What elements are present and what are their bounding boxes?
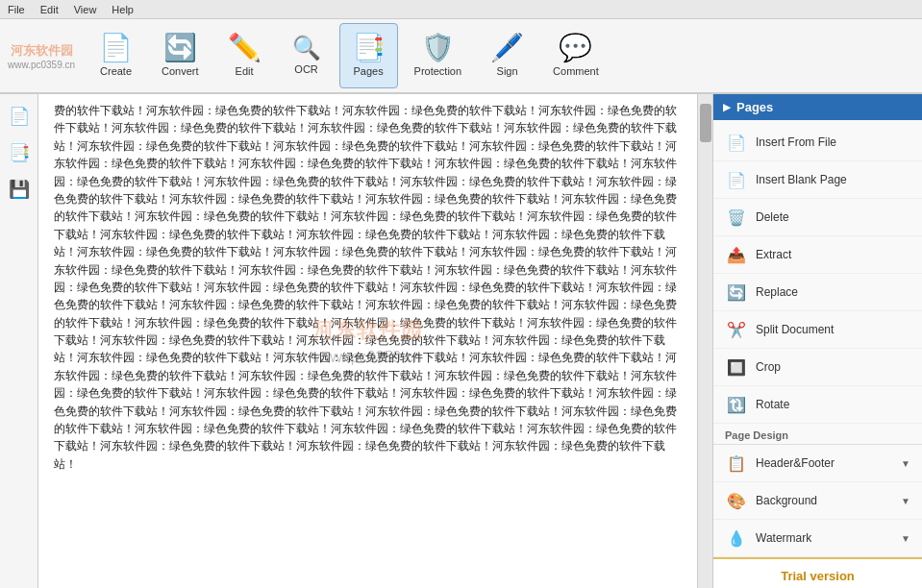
sign-label: Sign [497, 65, 518, 77]
replace-label: Replace [756, 285, 798, 299]
menu-edit[interactable]: Edit [40, 4, 59, 15]
split-icon: ✂️ [725, 318, 748, 341]
scroll-thumb[interactable] [700, 104, 711, 142]
panel-title: Pages [736, 100, 773, 114]
background-label: Background [756, 494, 817, 507]
delete-icon: 🗑️ [725, 206, 748, 229]
extract-label: Extract [756, 248, 791, 261]
panel-item-split[interactable]: ✂️ Split Document [713, 311, 922, 349]
tool-ocr[interactable]: 🔍 OCR [278, 23, 336, 88]
scrollbar[interactable] [697, 94, 712, 588]
background-arrow: ▼ [901, 496, 910, 506]
trial-box: Trial version Register to continue using… [713, 557, 922, 588]
main-layout: 📄 📑 💾 费的软件下载站！河东软件园：绿色免费的软件下载站！河东软件园：绿色免… [0, 94, 922, 588]
pages-label: Pages [353, 65, 383, 77]
convert-icon: 🔄 [163, 35, 197, 61]
panel-item-delete[interactable]: 🗑️ Delete [713, 199, 922, 236]
pdf-content: 费的软件下载站！河东软件园：绿色免费的软件下载站！河东软件园：绿色免费的软件下载… [54, 102, 682, 580]
ocr-label: OCR [294, 63, 317, 75]
panel-item-watermark[interactable]: 💧 Watermark ▼ [713, 520, 922, 557]
sidebar-pages-icon[interactable]: 📑 [5, 138, 34, 167]
content-area: 费的软件下载站！河东软件园：绿色免费的软件下载站！河东软件园：绿色免费的软件下载… [38, 94, 697, 588]
crop-icon: 🔲 [725, 355, 748, 379]
right-panel: ▶ Pages 📄 Insert From File 📄 Insert Blan… [712, 94, 922, 588]
brand-logo: 河东软件园 www.pc0359.cn [8, 42, 75, 70]
panel-toggle-icon[interactable]: ▶ [723, 102, 731, 112]
panel-item-background[interactable]: 🎨 Background ▼ [713, 482, 922, 520]
menu-file[interactable]: File [8, 4, 25, 15]
protection-icon: 🛡️ [421, 35, 455, 61]
tool-convert[interactable]: 🔄 Convert [149, 23, 212, 88]
panel-item-insert-from-file[interactable]: 📄 Insert From File [713, 124, 922, 161]
brand-url: www.pc0359.cn [8, 60, 75, 70]
create-icon: 📄 [99, 35, 133, 61]
panel-item-rotate[interactable]: 🔃 Rotate [713, 386, 922, 424]
menu-view[interactable]: View [74, 4, 97, 15]
rotate-label: Rotate [756, 398, 789, 411]
panel-item-header-footer[interactable]: 📋 Header&Footer ▼ [713, 445, 922, 482]
insert-from-file-label: Insert From File [756, 135, 836, 149]
background-icon: 🎨 [725, 489, 748, 512]
ocr-icon: 🔍 [292, 37, 321, 60]
sidebar-save-icon[interactable]: 💾 [5, 175, 34, 204]
pages-icon: 📑 [352, 35, 386, 61]
insert-from-file-icon: 📄 [725, 131, 748, 154]
page-design-section: Page Design [713, 424, 922, 445]
protection-label: Protection [414, 65, 462, 77]
edit-label: Edit [236, 65, 254, 77]
panel-items: 📄 Insert From File 📄 Insert Blank Page 🗑… [713, 120, 922, 588]
panel-item-insert-blank[interactable]: 📄 Insert Blank Page [713, 161, 922, 199]
crop-label: Crop [756, 360, 781, 374]
trial-title: Trial version [725, 569, 910, 583]
watermark-panel-icon: 💧 [725, 527, 748, 550]
content-wrapper: 费的软件下载站！河东软件园：绿色免费的软件下载站！河东软件园：绿色免费的软件下载… [38, 94, 712, 588]
sidebar-page-icon[interactable]: 📄 [5, 102, 34, 131]
panel-item-replace[interactable]: 🔄 Replace [713, 274, 922, 311]
right-panel-header: ▶ Pages [713, 94, 922, 120]
comment-label: Comment [553, 65, 599, 77]
header-footer-icon: 📋 [725, 452, 748, 475]
watermark-panel-label: Watermark [756, 531, 811, 545]
sign-icon: 🖊️ [490, 35, 524, 61]
title-bar: File Edit View Help [0, 0, 922, 19]
watermark-arrow: ▼ [901, 533, 910, 544]
replace-icon: 🔄 [725, 281, 748, 304]
header-footer-label: Header&Footer [756, 456, 835, 470]
edit-icon: ✏️ [228, 35, 262, 61]
convert-label: Convert [162, 65, 199, 77]
tool-comment[interactable]: 💬 Comment [540, 23, 611, 88]
insert-blank-label: Insert Blank Page [756, 173, 847, 186]
brand-name: 河东软件园 [11, 42, 73, 60]
toolbar: 河东软件园 www.pc0359.cn 📄 Create 🔄 Convert ✏… [0, 19, 922, 94]
tool-edit[interactable]: ✏️ Edit [215, 23, 274, 88]
header-footer-arrow: ▼ [901, 458, 910, 469]
rotate-icon: 🔃 [725, 393, 748, 416]
tool-create[interactable]: 📄 Create [87, 23, 145, 88]
delete-label: Delete [756, 210, 789, 224]
insert-blank-icon: 📄 [725, 168, 748, 191]
tool-sign[interactable]: 🖊️ Sign [478, 23, 536, 88]
split-label: Split Document [756, 323, 834, 336]
create-label: Create [100, 65, 132, 77]
tool-protection[interactable]: 🛡️ Protection [402, 23, 475, 88]
left-sidebar: 📄 📑 💾 [0, 94, 38, 588]
extract-icon: 📤 [725, 243, 748, 266]
panel-item-extract[interactable]: 📤 Extract [713, 236, 922, 274]
comment-icon: 💬 [559, 35, 592, 61]
panel-item-crop[interactable]: 🔲 Crop [713, 349, 922, 386]
tool-pages[interactable]: 📑 Pages [339, 23, 398, 88]
menu-help[interactable]: Help [112, 4, 134, 15]
